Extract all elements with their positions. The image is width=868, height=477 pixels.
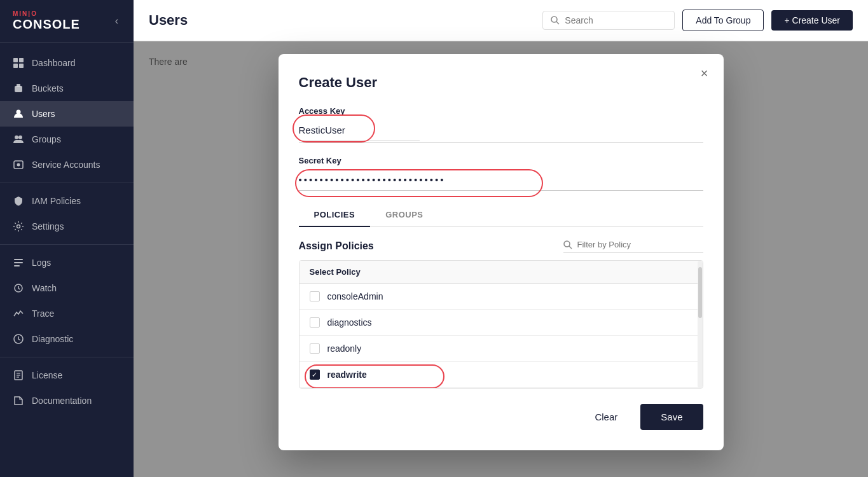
sidebar-item-label: Groups <box>32 134 61 144</box>
svg-point-8 <box>18 135 22 139</box>
policy-name-diagnostics: diagnostics <box>327 317 372 328</box>
svg-point-11 <box>17 225 20 228</box>
svg-line-23 <box>569 246 572 249</box>
scrollbar-thumb <box>698 267 702 318</box>
svg-rect-12 <box>14 259 23 260</box>
add-to-group-button[interactable]: Add To Group <box>682 10 764 31</box>
svg-line-21 <box>556 22 559 24</box>
sidebar-item-buckets[interactable]: Buckets <box>0 76 134 101</box>
policy-row[interactable]: diagnostics <box>300 310 703 336</box>
modal-close-button[interactable]: × <box>696 64 713 82</box>
logo-console: CONSOLE <box>13 17 80 32</box>
policy-table: Select Policy consoleAdmin diagnostics <box>299 260 703 389</box>
policy-name-readwrite: readwrite <box>327 370 367 380</box>
svg-point-20 <box>551 17 557 22</box>
policy-row[interactable]: readonly <box>300 336 703 362</box>
sidebar-item-label: Watch <box>32 283 57 293</box>
filter-policy-input[interactable] <box>577 240 692 249</box>
sidebar-item-service-accounts[interactable]: Service Accounts <box>0 152 134 177</box>
sidebar-item-label: IAM Policies <box>32 196 81 206</box>
access-key-group: Access Key <box>299 106 703 143</box>
modal-overlay: × Create User Access Key Secret Key <box>134 41 868 477</box>
sidebar-item-label: Dashboard <box>32 58 76 68</box>
trace-icon <box>13 308 24 319</box>
page-title: Users <box>149 12 188 29</box>
save-button[interactable]: Save <box>640 404 703 430</box>
svg-rect-3 <box>19 64 24 68</box>
readwrite-row-wrapper: readwrite <box>300 362 703 388</box>
policy-table-scrollbar[interactable] <box>698 261 703 388</box>
nav-divider <box>0 183 134 183</box>
shield-icon <box>13 195 24 207</box>
filter-search-icon <box>563 240 572 249</box>
secret-key-input[interactable] <box>299 169 703 191</box>
watch-icon <box>13 282 24 294</box>
assign-policies-section: Assign Policies <box>299 240 703 252</box>
policy-row-readwrite[interactable]: readwrite <box>300 362 703 388</box>
clear-button[interactable]: Clear <box>582 405 630 429</box>
policy-checkbox-readonly[interactable] <box>310 343 320 354</box>
policy-checkbox-diagnostics[interactable] <box>310 317 320 328</box>
svg-rect-13 <box>14 262 23 263</box>
sidebar-item-label: Diagnostic <box>32 334 73 344</box>
access-key-input[interactable] <box>299 120 420 141</box>
assign-policies-label: Assign Policies <box>299 240 374 252</box>
policy-list: consoleAdmin diagnostics readonly <box>300 284 703 388</box>
sidebar-logo: MIN|O CONSOLE ‹ <box>0 0 134 43</box>
sidebar-item-iam-policies[interactable]: IAM Policies <box>0 188 134 214</box>
access-key-label: Access Key <box>299 106 703 116</box>
sidebar-item-label: Settings <box>32 221 64 232</box>
sidebar-item-logs[interactable]: Logs <box>0 250 134 275</box>
sidebar-item-diagnostic[interactable]: Diagnostic <box>0 326 134 352</box>
svg-rect-14 <box>14 265 20 266</box>
policy-name-consoleadmin: consoleAdmin <box>327 291 383 301</box>
sidebar-collapse-button[interactable]: ‹ <box>113 13 121 29</box>
create-user-button[interactable]: + Create User <box>771 10 853 31</box>
sidebar-item-groups[interactable]: Groups <box>0 127 134 152</box>
header-actions: Add To Group + Create User <box>542 10 853 31</box>
search-icon <box>551 16 560 25</box>
secret-key-label: Secret Key <box>299 156 703 165</box>
create-user-modal: × Create User Access Key Secret Key <box>279 54 724 450</box>
tab-groups[interactable]: GROUPS <box>370 204 438 227</box>
nav-divider-3 <box>0 357 134 357</box>
main-header: Users Add To Group + Create User <box>134 0 868 41</box>
filter-wrapper <box>563 240 703 252</box>
sidebar-item-trace[interactable]: Trace <box>0 301 134 326</box>
search-input[interactable] <box>565 15 666 25</box>
svg-point-22 <box>564 241 570 247</box>
policy-name-readonly: readonly <box>327 343 362 354</box>
svg-rect-0 <box>13 58 18 62</box>
sidebar: MIN|O CONSOLE ‹ Dashboard <box>0 0 134 477</box>
service-icon <box>13 159 24 170</box>
logo-mini: MIN|O <box>13 10 80 17</box>
svg-rect-1 <box>19 58 24 62</box>
svg-rect-4 <box>15 86 22 92</box>
main-content: Users Add To Group + Create User There a… <box>134 0 868 477</box>
search-bar[interactable] <box>542 11 675 30</box>
secret-key-group: Secret Key <box>299 156 703 191</box>
svg-point-7 <box>15 135 18 139</box>
sidebar-item-settings[interactable]: Settings <box>0 214 134 239</box>
sidebar-item-license[interactable]: License <box>0 363 134 388</box>
sidebar-item-label: Trace <box>32 308 54 319</box>
docs-icon <box>13 395 24 406</box>
logo: MIN|O CONSOLE <box>13 10 80 32</box>
license-icon <box>13 370 24 381</box>
sidebar-item-documentation[interactable]: Documentation <box>0 388 134 413</box>
sidebar-nav: Dashboard Buckets Users <box>0 43 134 477</box>
policy-row[interactable]: consoleAdmin <box>300 284 703 310</box>
sidebar-item-users[interactable]: Users <box>0 101 134 127</box>
sidebar-item-label: Service Accounts <box>32 160 100 170</box>
sidebar-item-watch[interactable]: Watch <box>0 275 134 301</box>
policy-checkbox-readwrite[interactable] <box>310 370 320 380</box>
select-policy-header: Select Policy <box>300 261 703 284</box>
group-icon <box>13 134 24 145</box>
tab-policies[interactable]: POLICIES <box>299 204 371 227</box>
sidebar-item-dashboard[interactable]: Dashboard <box>0 50 134 76</box>
modal-footer: Clear Save <box>299 404 703 430</box>
svg-point-10 <box>17 163 20 167</box>
sidebar-item-label: Documentation <box>32 396 92 406</box>
sidebar-item-label: License <box>32 370 62 380</box>
policy-checkbox-consoleadmin[interactable] <box>310 291 320 301</box>
